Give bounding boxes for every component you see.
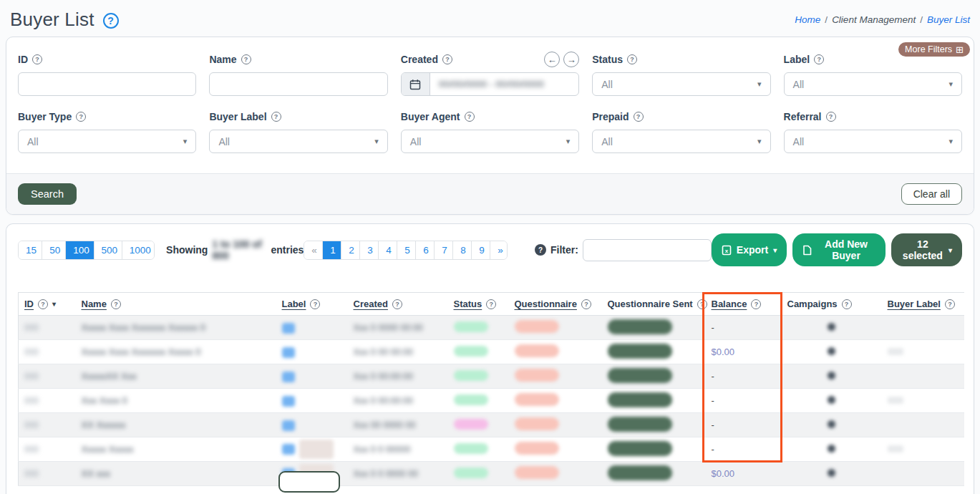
question-circle-icon[interactable]: ? (32, 54, 42, 64)
question-circle-icon[interactable]: ? (842, 299, 852, 309)
column-label[interactable]: Status (454, 299, 482, 309)
column-label[interactable]: ID (24, 299, 34, 309)
balance-value: - (712, 322, 714, 333)
export-button[interactable]: x Export ▾ (712, 233, 787, 266)
column-label[interactable]: Created (354, 299, 388, 309)
page-size-50[interactable]: 50 (42, 241, 66, 259)
filter-field-buyer-label: Buyer Label?All▾ (209, 109, 387, 153)
table-row[interactable]: 000Xxxxx Xxxx Xxxxxxx Xxxxx 0Xxx 0 00 00… (19, 340, 964, 364)
question-circle-icon[interactable]: ? (38, 299, 48, 309)
column-header-created: Created? (348, 293, 448, 316)
cell-name: XX xxx (76, 462, 276, 486)
more-filters-button[interactable]: More Filters ⊞ (898, 42, 970, 57)
pagination-page-2[interactable]: 2 (341, 241, 360, 259)
cell-questionnaire (509, 462, 602, 486)
page-size-15[interactable]: 15 (19, 241, 42, 259)
page-help-icon[interactable]: ? (103, 13, 119, 29)
pagination-page-8[interactable]: 8 (453, 241, 472, 259)
prev-range-button[interactable]: ← (544, 52, 560, 67)
column-label[interactable]: Balance (712, 299, 747, 309)
question-circle-icon[interactable]: ? (465, 112, 475, 122)
question-circle-icon[interactable]: ? (627, 54, 637, 64)
sort-desc-icon[interactable]: ▾ (52, 300, 56, 308)
column-label[interactable]: Buyer Label (888, 299, 941, 309)
table-row[interactable]: 000XX xxxXxx 0 0 0000 00$0.00 (19, 462, 964, 486)
column-header-status: Status? (448, 293, 509, 316)
table-row[interactable]: 000Xxx Xxxx 0Xxx 0 00:00:00- (19, 389, 964, 413)
filter-input-name[interactable] (209, 72, 387, 96)
question-circle-icon[interactable]: ? (814, 54, 824, 64)
cell-label (276, 364, 348, 389)
cell-id: 000 (19, 316, 76, 340)
question-circle-icon[interactable]: ? (486, 299, 496, 309)
question-circle-icon[interactable]: ? (271, 112, 281, 122)
cell-name: Xxxxx Xxxxx (76, 437, 276, 462)
pagination-page-4[interactable]: 4 (379, 241, 397, 259)
pagination-page-3[interactable]: 3 (360, 241, 379, 259)
filter-field-status: Status?All▾ (592, 52, 770, 96)
column-label[interactable]: Label (282, 299, 306, 309)
table-row[interactable]: 000XX XxxxxxXxx 00 0000 00- (19, 413, 964, 437)
questionnaire-sent-button[interactable] (608, 441, 672, 456)
column-label[interactable]: Questionnaire (515, 299, 577, 309)
selected-actions-button[interactable]: 12 selected ▾ (891, 233, 962, 266)
pagination-page-6[interactable]: 6 (416, 241, 435, 259)
question-circle-icon[interactable]: ? (581, 299, 591, 309)
question-circle-icon[interactable]: ? (241, 54, 251, 64)
pagination-page-5[interactable]: 5 (397, 241, 416, 259)
cell-balance: $0.00 (706, 340, 782, 364)
filter-select-buyer-agent[interactable]: All▾ (401, 130, 579, 153)
filter-select-buyer-label[interactable]: All▾ (209, 130, 387, 153)
filter-select-status[interactable]: All▾ (592, 72, 770, 96)
breadcrumb-home[interactable]: Home (795, 14, 820, 25)
pagination-page-9[interactable]: 9 (472, 241, 490, 259)
filter-panel: More Filters ⊞ ID?Name?Created?←→00/00/0… (6, 37, 974, 215)
filter-select-buyer-type[interactable]: All▾ (18, 130, 196, 153)
cell-questionnaire (509, 389, 602, 413)
question-circle-icon[interactable]: ? (76, 112, 86, 122)
pagination-next[interactable]: » (490, 241, 508, 259)
questionnaire-sent-button[interactable] (608, 417, 672, 432)
filter-input[interactable] (583, 239, 712, 261)
questionnaire-sent-button[interactable] (608, 319, 672, 334)
table-row[interactable]: 000Xxxxx Xxxx Xxxxxxx Xxxxxx 0Xxx 0 0000… (19, 316, 964, 340)
question-circle-icon[interactable]: ? (310, 299, 320, 309)
clear-all-button[interactable]: Clear all (901, 183, 962, 205)
questionnaire-sent-button[interactable] (608, 465, 672, 480)
cell-id: 000 (19, 364, 76, 389)
question-circle-icon[interactable]: ? (634, 112, 644, 122)
add-new-buyer-button[interactable]: Add New Buyer (792, 233, 886, 266)
balance-value: - (712, 420, 714, 430)
pagination-page-7[interactable]: 7 (435, 241, 453, 259)
question-circle-icon[interactable]: ? (111, 299, 121, 309)
pagination-prev[interactable]: « (304, 241, 323, 259)
question-circle-icon[interactable]: ? (826, 112, 836, 122)
table-row[interactable]: 000Xxxxx XxxxxXxx 0 0 00000- (19, 437, 964, 462)
cell-buyer-label (882, 462, 964, 486)
question-circle-icon[interactable]: ? (697, 299, 707, 309)
question-circle-icon[interactable]: ? (442, 54, 452, 64)
question-circle-icon[interactable]: ? (751, 299, 761, 309)
page-size-500[interactable]: 500 (94, 241, 122, 259)
questionnaire-sent-button[interactable] (608, 344, 672, 359)
calendar-icon[interactable] (402, 73, 430, 95)
questionnaire-sent-button[interactable] (608, 392, 672, 407)
filter-select-prepaid[interactable]: All▾ (592, 130, 770, 153)
breadcrumb-buyer-list[interactable]: Buyer List (927, 14, 970, 25)
questionnaire-sent-button[interactable] (608, 368, 672, 383)
page-size-100[interactable]: 100 (66, 241, 94, 259)
table-row[interactable]: 000XxxxxXX XxxXxx 0 00:00:00- (19, 364, 964, 389)
question-circle-icon[interactable]: ? (392, 299, 402, 309)
cell-buyer-label (882, 316, 964, 340)
search-button[interactable]: Search (18, 183, 77, 205)
pagination-page-1[interactable]: 1 (323, 241, 341, 259)
filter-help-icon[interactable]: ? (535, 244, 546, 256)
filter-input-id[interactable] (18, 72, 196, 96)
created-daterange-input[interactable]: 00/00/0000 - 00/00/0000 (401, 72, 579, 96)
column-label[interactable]: Name (82, 299, 107, 309)
next-range-button[interactable]: → (563, 52, 579, 67)
page-size-1000[interactable]: 1000 (122, 241, 154, 259)
filter-select-label[interactable]: All▾ (784, 72, 962, 96)
question-circle-icon[interactable]: ? (945, 299, 955, 309)
filter-select-referral[interactable]: All▾ (784, 130, 962, 153)
